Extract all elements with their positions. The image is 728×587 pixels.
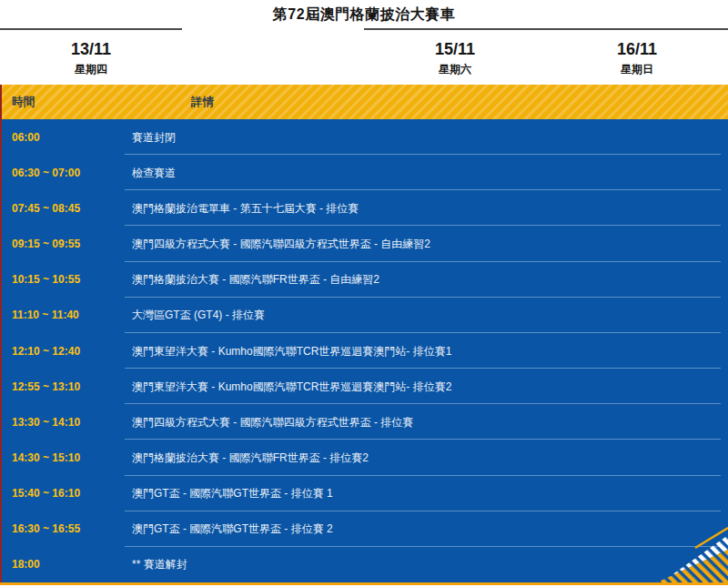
tab-day-label: 星期日 [621, 64, 653, 75]
table-row: 09:15 ~ 09:55 澳門四級方程式大賽 - 國際汽聯四級方程式世界盃 -… [2, 226, 728, 261]
row-details: 澳門格蘭披治大賽 - 國際汽聯FR世界盃 - 自由練習2 [132, 272, 379, 288]
row-time: 11:10 ~ 11:40 [12, 309, 79, 321]
row-details: 澳門東望洋大賽 - Kumho國際汽聯TCR世界巡迴賽澳門站- 排位賽1 [132, 343, 451, 359]
column-header-time: 時間 [12, 95, 35, 110]
row-details: 澳門東望洋大賽 - Kumho國際汽聯TCR世界巡迴賽澳門站- 排位賽2 [132, 379, 451, 394]
page-title: 第72屆澳門格蘭披治大賽車 [0, 5, 728, 25]
table-header-band: 時間 詳情 [0, 85, 728, 119]
table-row: 15:40 ~ 16:10 澳門GT盃 - 國際汽聯GT世界盃 - 排位賽 1 [2, 476, 728, 511]
table-row: 11:10 ~ 11:40 大灣區GT盃 (GT4) - 排位賽 [2, 298, 728, 333]
row-details: 澳門四級方程式大賽 - 國際汽聯四級方程式世界盃 - 排位賽 [132, 414, 413, 430]
tab-date-label: 15/11 [435, 41, 475, 57]
table-row: 16:30 ~ 16:55 澳門GT盃 - 國際汽聯GT世界盃 - 排位賽 2 [2, 511, 728, 547]
tab-day-label: 星期五 [257, 63, 289, 74]
table-row: 14:30 ~ 15:10 澳門格蘭披治大賽 - 國際汽聯FR世界盃 - 排位賽… [2, 440, 728, 475]
row-details: 澳門格蘭披治電單車 - 第五十七屆大賽 - 排位賽 [132, 200, 359, 216]
schedule-rows: 06:00 賽道封閉 06:30 ~ 07:00 檢查賽道 07:45 ~ 08… [2, 119, 728, 582]
corner-stripes-decoration [657, 526, 728, 582]
row-time: 18:00 [12, 558, 40, 571]
tab-day-label: 星期四 [75, 64, 107, 75]
row-details: 澳門GT盃 - 國際汽聯GT世界盃 - 排位賽 1 [132, 486, 333, 501]
row-time: 13:30 ~ 14:10 [12, 416, 80, 429]
date-tab[interactable]: 13/11 星期四 [0, 30, 182, 85]
row-details: 大灣區GT盃 (GT4) - 排位賽 [132, 308, 265, 323]
tab-day-label: 星期六 [439, 64, 471, 75]
row-time: 10:15 ~ 10:55 [12, 273, 80, 286]
row-time: 12:10 ~ 12:40 [12, 345, 80, 358]
row-time: 06:00 [12, 131, 40, 144]
column-header-details: 詳情 [191, 95, 214, 110]
date-tab[interactable]: 14/11 星期五 [182, 28, 364, 85]
tab-date-label: 16/11 [617, 41, 657, 57]
bottom-border [0, 582, 728, 585]
row-details: ** 賽道解封 [132, 557, 187, 572]
row-time: 16:30 ~ 16:55 [12, 522, 80, 535]
table-row: 07:45 ~ 08:45 澳門格蘭披治電單車 - 第五十七屆大賽 - 排位賽 [2, 190, 728, 226]
date-tabs: 13/11 星期四 14/11 星期五 15/11 星期六 16/11 星期日 [0, 28, 728, 85]
table-row: 13:30 ~ 14:10 澳門四級方程式大賽 - 國際汽聯四級方程式世界盃 -… [2, 404, 728, 440]
row-time: 07:45 ~ 08:45 [12, 202, 80, 215]
row-time: 12:55 ~ 13:10 [12, 380, 80, 393]
date-tab[interactable]: 16/11 星期日 [546, 30, 728, 85]
row-time: 06:30 ~ 07:00 [12, 167, 80, 179]
table-row: 06:30 ~ 07:00 檢查賽道 [2, 155, 728, 190]
tab-date-label: 14/11 [253, 40, 293, 56]
row-details: 澳門格蘭披治大賽 - 國際汽聯FR世界盃 - 排位賽2 [132, 450, 369, 465]
row-details: 澳門GT盃 - 國際汽聯GT世界盃 - 排位賽 2 [132, 521, 333, 537]
table-row: 06:00 賽道封閉 [2, 119, 728, 155]
schedule-table: 06:00 賽道封閉 06:30 ~ 07:00 檢查賽道 07:45 ~ 08… [0, 119, 728, 582]
row-time: 09:15 ~ 09:55 [12, 238, 80, 250]
row-details: 賽道封閉 [132, 129, 176, 145]
table-row: 18:00 ** 賽道解封 [2, 547, 728, 582]
row-details: 澳門四級方程式大賽 - 國際汽聯四級方程式世界盃 - 自由練習2 [132, 237, 430, 252]
date-tab[interactable]: 15/11 星期六 [364, 30, 546, 85]
table-row: 12:10 ~ 12:40 澳門東望洋大賽 - Kumho國際汽聯TCR世界巡迴… [2, 333, 728, 369]
row-time: 15:40 ~ 16:10 [12, 487, 80, 500]
table-row: 12:55 ~ 13:10 澳門東望洋大賽 - Kumho國際汽聯TCR世界巡迴… [2, 369, 728, 404]
tab-date-label: 13/11 [71, 41, 111, 57]
row-details: 檢查賽道 [132, 165, 176, 180]
table-row: 10:15 ~ 10:55 澳門格蘭披治大賽 - 國際汽聯FR世界盃 - 自由練… [2, 262, 728, 298]
row-time: 14:30 ~ 15:10 [12, 451, 80, 464]
